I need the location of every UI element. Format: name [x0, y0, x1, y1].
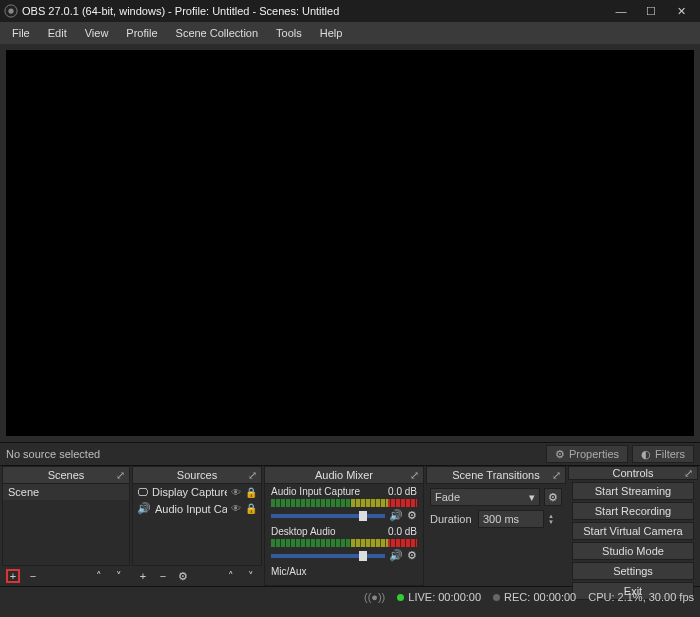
- volume-slider[interactable]: [271, 554, 385, 558]
- mixer-title: Audio Mixer: [315, 469, 373, 481]
- visibility-icon[interactable]: 👁: [231, 487, 241, 498]
- properties-label: Properties: [569, 448, 619, 460]
- rec-dot-icon: [493, 594, 500, 601]
- titlebar: OBS 27.0.1 (64-bit, windows) - Profile: …: [0, 0, 700, 22]
- menu-help[interactable]: Help: [312, 25, 351, 41]
- move-scene-up-button[interactable]: ˄: [92, 569, 106, 583]
- properties-button[interactable]: ⚙ Properties: [546, 445, 628, 463]
- gear-icon[interactable]: ⚙: [407, 509, 417, 522]
- start-recording-button[interactable]: Start Recording: [572, 502, 694, 520]
- studio-mode-button[interactable]: Studio Mode: [572, 542, 694, 560]
- source-toolbar: No source selected ⚙ Properties ◐ Filter…: [0, 442, 700, 466]
- sources-title: Sources: [177, 469, 217, 481]
- app-icon: [4, 4, 18, 18]
- menu-profile[interactable]: Profile: [118, 25, 165, 41]
- add-scene-button[interactable]: +: [6, 569, 20, 583]
- duration-input[interactable]: 300 ms: [478, 510, 544, 528]
- svg-point-1: [8, 8, 13, 13]
- mixer-header: Audio Mixer ⤢: [264, 466, 424, 484]
- menu-file[interactable]: File: [4, 25, 38, 41]
- chevron-down-icon: ▾: [529, 491, 535, 504]
- gear-icon: ⚙: [555, 448, 565, 461]
- start-streaming-button[interactable]: Start Streaming: [572, 482, 694, 500]
- source-properties-button[interactable]: ⚙: [176, 569, 190, 583]
- lock-icon[interactable]: 🔒: [245, 487, 257, 498]
- controls-header: Controls ⤢: [568, 466, 698, 480]
- volume-slider[interactable]: [271, 514, 385, 518]
- start-virtual-camera-button[interactable]: Start Virtual Camera: [572, 522, 694, 540]
- audio-mixer-panel: Audio Mixer ⤢ Audio Input Capture 0.0 dB…: [264, 466, 424, 586]
- no-source-label: No source selected: [6, 448, 542, 460]
- live-time: LIVE: 00:00:00: [408, 591, 481, 603]
- filters-button[interactable]: ◐ Filters: [632, 445, 694, 463]
- source-item[interactable]: 🖵 Display Capture 👁 🔒: [133, 484, 261, 500]
- remove-source-button[interactable]: −: [156, 569, 170, 583]
- audio-meter: [271, 499, 417, 507]
- mixer-channel: Audio Input Capture 0.0 dB 🔊 ⚙: [265, 484, 423, 524]
- popout-icon[interactable]: ⤢: [248, 469, 257, 482]
- scenes-panel: Scenes ⤢ Scene + − ˄ ˅: [2, 466, 130, 586]
- rec-time: REC: 00:00:00: [504, 591, 576, 603]
- filters-label: Filters: [655, 448, 685, 460]
- move-scene-down-button[interactable]: ˅: [112, 569, 126, 583]
- display-icon: 🖵: [137, 486, 148, 498]
- menu-tools[interactable]: Tools: [268, 25, 310, 41]
- sources-header: Sources ⤢: [132, 466, 262, 484]
- move-source-down-button[interactable]: ˅: [244, 569, 258, 583]
- channel-name: Mic/Aux: [271, 566, 307, 577]
- speaker-icon[interactable]: 🔊: [389, 549, 403, 562]
- maximize-button[interactable]: ☐: [636, 1, 666, 21]
- window-title: OBS 27.0.1 (64-bit, windows) - Profile: …: [22, 5, 606, 17]
- channel-db: 0.0 dB: [388, 486, 417, 497]
- transition-settings-button[interactable]: ⚙: [544, 488, 562, 506]
- gear-icon[interactable]: ⚙: [407, 549, 417, 562]
- visibility-icon[interactable]: 👁: [231, 503, 241, 514]
- lock-icon[interactable]: 🔒: [245, 503, 257, 514]
- popout-icon[interactable]: ⤢: [684, 467, 693, 480]
- remove-scene-button[interactable]: −: [26, 569, 40, 583]
- scene-item[interactable]: Scene: [3, 484, 129, 500]
- popout-icon[interactable]: ⤢: [116, 469, 125, 482]
- audio-meter: [271, 539, 417, 547]
- live-dot-icon: [397, 594, 404, 601]
- duration-label: Duration: [430, 513, 474, 525]
- duration-down-button[interactable]: ▼: [548, 519, 562, 525]
- menubar: File Edit View Profile Scene Collection …: [0, 22, 700, 44]
- popout-icon[interactable]: ⤢: [410, 469, 419, 482]
- cpu-stats: CPU: 2.1%, 30.00 fps: [588, 591, 694, 603]
- controls-panel: Controls ⤢ Start Streaming Start Recordi…: [568, 466, 698, 586]
- minimize-button[interactable]: —: [606, 1, 636, 21]
- sources-panel: Sources ⤢ 🖵 Display Capture 👁 🔒 🔊 Audio …: [132, 466, 262, 586]
- mixer-channel: Mic/Aux: [265, 564, 423, 579]
- close-button[interactable]: ✕: [666, 1, 696, 21]
- channel-db: 0.0 dB: [388, 526, 417, 537]
- transition-value: Fade: [435, 491, 460, 503]
- move-source-up-button[interactable]: ˄: [224, 569, 238, 583]
- source-label: Display Capture: [152, 486, 227, 498]
- channel-name: Audio Input Capture: [271, 486, 360, 497]
- menu-edit[interactable]: Edit: [40, 25, 75, 41]
- scenes-title: Scenes: [48, 469, 85, 481]
- transitions-panel: Scene Transitions ⤢ Fade ▾ ⚙ Duration 30…: [426, 466, 566, 586]
- audio-icon: 🔊: [137, 502, 151, 515]
- settings-button[interactable]: Settings: [572, 562, 694, 580]
- add-source-button[interactable]: +: [136, 569, 150, 583]
- speaker-icon[interactable]: 🔊: [389, 509, 403, 522]
- controls-title: Controls: [613, 467, 654, 479]
- duration-value: 300 ms: [483, 513, 519, 525]
- source-item[interactable]: 🔊 Audio Input Captu... 👁 🔒: [133, 500, 261, 517]
- menu-scene-collection[interactable]: Scene Collection: [168, 25, 267, 41]
- preview-area[interactable]: [6, 50, 694, 436]
- transitions-title: Scene Transitions: [452, 469, 539, 481]
- mixer-channel: Desktop Audio 0.0 dB 🔊 ⚙: [265, 524, 423, 564]
- signal-icon: ((●)): [364, 591, 385, 603]
- source-label: Audio Input Captu...: [155, 503, 227, 515]
- filter-icon: ◐: [641, 448, 651, 461]
- channel-name: Desktop Audio: [271, 526, 336, 537]
- transition-select[interactable]: Fade ▾: [430, 488, 540, 506]
- popout-icon[interactable]: ⤢: [552, 469, 561, 482]
- scenes-header: Scenes ⤢: [2, 466, 130, 484]
- menu-view[interactable]: View: [77, 25, 117, 41]
- transitions-header: Scene Transitions ⤢: [426, 466, 566, 484]
